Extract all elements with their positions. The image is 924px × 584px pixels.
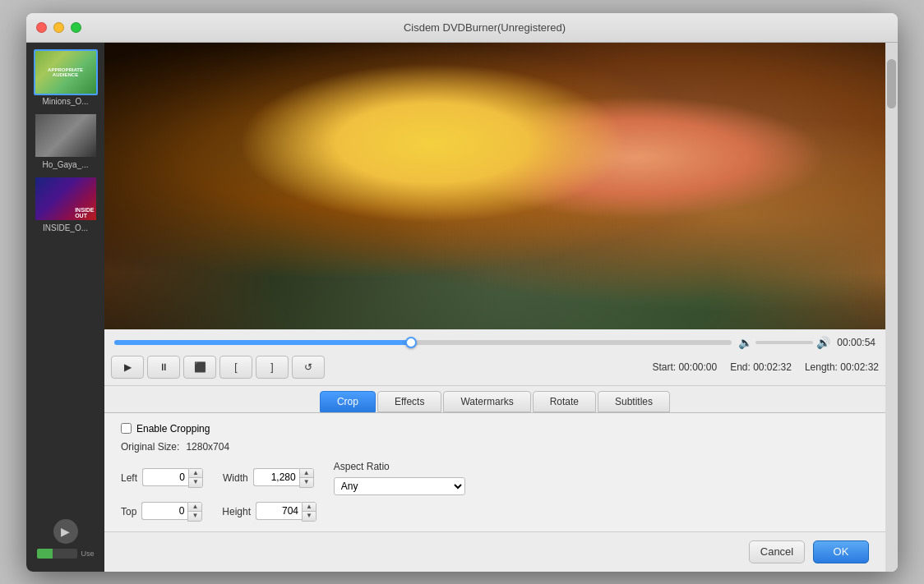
playback-buttons-row: ▶ ⏸ ⬛ [ ] ↺ Start: 00:00:00 End: 00:02:3… bbox=[104, 352, 885, 385]
cancel-button[interactable]: Cancel bbox=[749, 540, 805, 563]
volume-track[interactable] bbox=[755, 341, 813, 344]
width-input[interactable] bbox=[253, 468, 299, 486]
width-up[interactable]: ▲ bbox=[300, 469, 313, 478]
crop-tab-content: Enable Cropping Original Size: 1280x704 … bbox=[104, 412, 885, 531]
top-down[interactable]: ▼ bbox=[188, 512, 201, 521]
tab-bar: Crop Effects Watermarks Rotate Subtitles bbox=[104, 386, 885, 412]
top-label: Top bbox=[121, 506, 136, 517]
ok-button[interactable]: OK bbox=[813, 540, 869, 563]
end-time: End: 00:02:32 bbox=[730, 361, 792, 373]
footer-buttons: Cancel OK bbox=[104, 531, 885, 572]
controls-area: 🔈 🔊 00:00:54 ▶ ⏸ ⬛ [ ] ↺ bbox=[104, 329, 885, 385]
thumb-label-insideout: INSIDE_O... bbox=[43, 223, 88, 232]
video-display bbox=[104, 43, 885, 329]
titlebar-buttons bbox=[36, 22, 81, 33]
height-input-wrap: ▲ ▼ bbox=[256, 502, 316, 522]
maximize-button[interactable] bbox=[71, 22, 81, 33]
volume-high-icon: 🔊 bbox=[816, 336, 830, 349]
enable-crop-row: Enable Cropping bbox=[121, 423, 869, 435]
height-up[interactable]: ▲ bbox=[303, 503, 316, 512]
scrollbar-thumb[interactable] bbox=[887, 59, 896, 108]
width-field-group: Width ▲ ▼ bbox=[223, 468, 314, 488]
thumb-label-hogaya: Ho_Gaya_... bbox=[42, 160, 88, 169]
volume-low-icon: 🔈 bbox=[738, 336, 752, 349]
top-field-group: Top ▲ ▼ bbox=[121, 502, 202, 522]
progress-thumb[interactable] bbox=[405, 337, 417, 348]
height-field-group: Height ▲ ▼ bbox=[222, 502, 316, 522]
tab-panel: Crop Effects Watermarks Rotate Subtitles… bbox=[104, 385, 885, 531]
left-up[interactable]: ▲ bbox=[189, 469, 202, 478]
mark-in-button[interactable]: [ bbox=[219, 356, 252, 379]
mark-out-button[interactable]: ] bbox=[256, 356, 289, 379]
minimize-button[interactable] bbox=[53, 22, 64, 33]
sidebar-item-minions[interactable]: APPROPRIATEAUDIENCE Minions_O... bbox=[34, 49, 98, 106]
scrollbar-track[interactable] bbox=[885, 43, 898, 572]
stop-button[interactable]: ⬛ bbox=[183, 356, 216, 379]
time-value: 00:00:54 bbox=[837, 337, 875, 348]
sidebar: APPROPRIATEAUDIENCE Minions_O... Ho_Gaya… bbox=[26, 43, 104, 572]
progress-bar-row: 🔈 🔊 00:00:54 bbox=[104, 329, 885, 352]
orig-size-label: Original Size: bbox=[121, 441, 179, 453]
sidebar-bottom: ▶ Use bbox=[26, 519, 104, 565]
thumbnail-minions: APPROPRIATEAUDIENCE bbox=[34, 49, 98, 95]
top-spinner: ▲ ▼ bbox=[187, 502, 202, 522]
used-label: Use bbox=[81, 550, 94, 558]
main-content: APPROPRIATEAUDIENCE Minions_O... Ho_Gaya… bbox=[26, 43, 898, 572]
height-spinner: ▲ ▼ bbox=[302, 502, 316, 522]
thumbnail-insideout: INSIDEOUT bbox=[34, 176, 98, 222]
thumb-image-minions: APPROPRIATEAUDIENCE bbox=[35, 51, 96, 94]
window-title: Cisdem DVDBurner(Unregistered) bbox=[81, 21, 888, 34]
used-bar-area: Use bbox=[37, 549, 95, 559]
thumb-image-insideout: INSIDEOUT bbox=[35, 177, 96, 220]
height-label: Height bbox=[222, 506, 251, 517]
volume-area: 🔈 🔊 bbox=[738, 336, 830, 349]
height-down[interactable]: ▼ bbox=[303, 512, 316, 521]
orig-size-value: 1280x704 bbox=[186, 441, 229, 453]
width-label: Width bbox=[223, 472, 248, 484]
top-up[interactable]: ▲ bbox=[188, 503, 201, 512]
thumb-label-minions: Minions_O... bbox=[42, 97, 88, 106]
tab-effects[interactable]: Effects bbox=[377, 391, 441, 412]
crop-fields-row-2: Top ▲ ▼ Height bbox=[121, 502, 869, 522]
left-down[interactable]: ▼ bbox=[189, 478, 202, 487]
video-frame bbox=[104, 43, 885, 329]
length: Length: 00:02:32 bbox=[805, 361, 879, 373]
titlebar: Cisdem DVDBurner(Unregistered) bbox=[26, 13, 898, 43]
play-button[interactable]: ▶ bbox=[111, 356, 144, 379]
video-overlay bbox=[104, 43, 885, 329]
app-window: Cisdem DVDBurner(Unregistered) APPROPRIA… bbox=[26, 13, 898, 572]
progress-track[interactable] bbox=[114, 340, 732, 345]
width-input-wrap: ▲ ▼ bbox=[253, 468, 314, 488]
thumb-image-hogaya bbox=[35, 114, 96, 157]
width-down[interactable]: ▼ bbox=[300, 478, 313, 487]
thumbnail-hogaya bbox=[34, 113, 98, 159]
sidebar-items: APPROPRIATEAUDIENCE Minions_O... Ho_Gaya… bbox=[26, 49, 104, 232]
left-field-group: Left ▲ ▼ bbox=[121, 468, 203, 488]
left-label: Left bbox=[121, 472, 137, 484]
close-button[interactable] bbox=[36, 22, 47, 33]
used-bar-fill bbox=[37, 549, 53, 559]
refresh-button[interactable]: ↺ bbox=[292, 356, 325, 379]
aspect-select[interactable]: Any 16:9 4:3 1:1 2.35:1 bbox=[334, 477, 465, 495]
time-info: Start: 00:00:00 End: 00:02:32 Length: 00… bbox=[652, 361, 879, 373]
tab-watermarks[interactable]: Watermarks bbox=[443, 391, 530, 412]
used-bar-background bbox=[37, 549, 78, 559]
sidebar-item-hogaya[interactable]: Ho_Gaya_... bbox=[34, 113, 98, 169]
top-input[interactable] bbox=[141, 502, 187, 520]
tab-subtitles[interactable]: Subtitles bbox=[598, 391, 670, 412]
top-input-wrap: ▲ ▼ bbox=[141, 502, 202, 522]
tab-crop[interactable]: Crop bbox=[320, 391, 376, 412]
crop-fields-row: Left ▲ ▼ Width bbox=[121, 461, 869, 495]
sidebar-item-insideout[interactable]: INSIDEOUT INSIDE_O... bbox=[34, 176, 98, 232]
height-input[interactable] bbox=[256, 502, 302, 520]
left-input[interactable] bbox=[142, 468, 188, 486]
start-time: Start: 00:00:00 bbox=[652, 361, 717, 373]
tab-rotate[interactable]: Rotate bbox=[533, 391, 596, 412]
pause-button[interactable]: ⏸ bbox=[147, 356, 180, 379]
enable-crop-label: Enable Cropping bbox=[136, 423, 210, 435]
sidebar-play-button[interactable]: ▶ bbox=[53, 519, 78, 544]
width-spinner: ▲ ▼ bbox=[299, 468, 314, 488]
enable-crop-checkbox[interactable] bbox=[121, 423, 132, 434]
time-current: 00:00:54 bbox=[837, 337, 875, 348]
left-spinner: ▲ ▼ bbox=[188, 468, 203, 488]
